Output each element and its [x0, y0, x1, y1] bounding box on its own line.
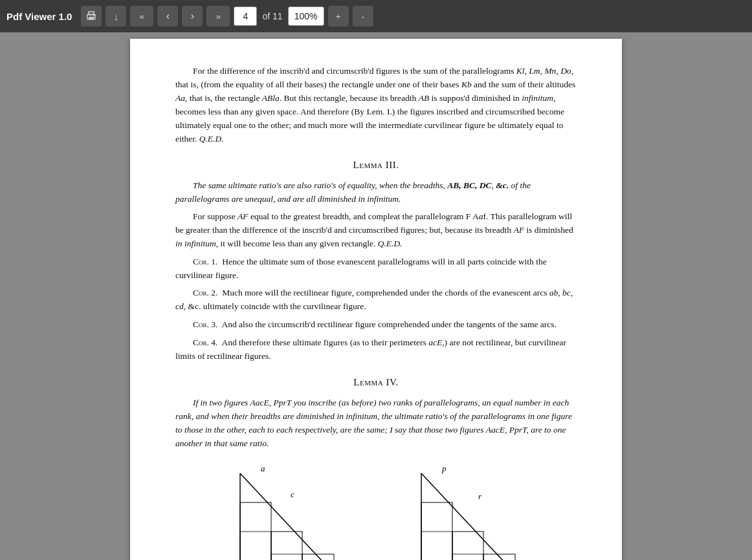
cor3-text: Cor. 3. And also the circumscrib'd recti…	[175, 318, 577, 332]
next-button[interactable]: ›	[182, 6, 203, 27]
prev-button[interactable]: ‹	[157, 6, 178, 27]
svg-rect-24	[421, 532, 452, 560]
page-number-input[interactable]	[234, 6, 257, 26]
lemma3-title: Lemma III.	[175, 158, 577, 173]
intro-paragraph: For the difference of the inscrib'd and …	[175, 65, 577, 146]
svg-line-8	[240, 473, 334, 560]
svg-text:p: p	[441, 464, 447, 473]
prev-icon: ‹	[166, 10, 170, 22]
zoom-input[interactable]	[288, 6, 324, 26]
download-button[interactable]: ↓	[105, 6, 126, 27]
pdf-viewer-main: For the difference of the inscrib'd and …	[0, 32, 752, 560]
svg-text:c: c	[291, 490, 294, 499]
rewind-button[interactable]: «	[130, 6, 153, 27]
fastforward-button[interactable]: »	[206, 6, 230, 27]
svg-rect-1	[89, 17, 94, 19]
svg-rect-13	[271, 554, 302, 560]
zoom-out-button[interactable]: -	[353, 6, 373, 27]
page-of-label: of 11	[262, 11, 282, 21]
svg-text:r: r	[478, 491, 482, 501]
zoom-in-icon: +	[336, 12, 341, 21]
svg-text:a: a	[261, 464, 265, 473]
svg-rect-10	[271, 532, 302, 560]
svg-rect-25	[452, 554, 483, 560]
svg-rect-22	[452, 532, 483, 560]
cor2-text: Cor. 2. Much more will the rectilinear f…	[175, 286, 577, 314]
diagram-left: a c	[221, 464, 350, 560]
fastforward-icon: »	[216, 12, 221, 21]
lemma4-title: Lemma IV.	[175, 375, 577, 390]
toolbar: Pdf Viewer 1.0 ↓ « ‹ › » of 11 + -	[0, 0, 752, 32]
svg-line-20	[421, 473, 515, 560]
zoom-out-icon: -	[361, 12, 364, 21]
lemma4-statement: If in two figures AacE, PprT you inscrib…	[175, 396, 577, 451]
lemma3-statement: The same ultimate ratio's are also ratio…	[175, 179, 577, 206]
cor1-text: Cor. 1. Hence the ultimate sum of those …	[175, 255, 577, 283]
svg-point-3	[93, 16, 94, 17]
svg-rect-12	[240, 532, 271, 560]
pdf-page: For the difference of the inscrib'd and …	[130, 39, 622, 560]
app-title: Pdf Viewer 1.0	[6, 11, 72, 22]
cor4-text: Cor. 4. And therefore these ultimate fig…	[175, 336, 577, 363]
print-button[interactable]	[81, 6, 102, 27]
lemma3-body: For suppose AF equal to the greatest bre…	[175, 210, 577, 251]
download-icon: ↓	[114, 11, 119, 22]
rewind-icon: «	[140, 12, 144, 21]
diagram-right: p r P T	[402, 464, 531, 560]
svg-rect-2	[89, 12, 94, 15]
diagrams-container: a c	[175, 464, 577, 560]
next-icon: ›	[191, 10, 194, 22]
zoom-in-button[interactable]: +	[328, 6, 349, 27]
